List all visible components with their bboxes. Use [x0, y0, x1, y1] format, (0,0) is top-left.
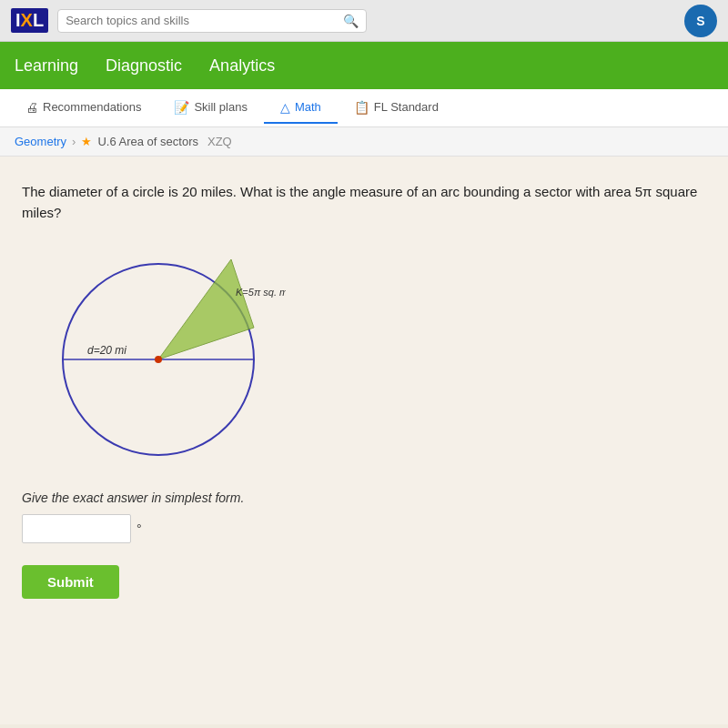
- breadcrumb: Geometry › ★ U.6 Area of sectors XZQ: [0, 127, 728, 157]
- nav-diagnostic[interactable]: Diagnostic: [106, 53, 182, 79]
- tab-recommendations[interactable]: 🖨 Recommendations: [9, 93, 157, 124]
- math-icon: △: [280, 100, 290, 115]
- answer-prompt: Give the exact answer in simplest form.: [22, 490, 706, 505]
- sub-nav: 🖨 Recommendations 📝 Skill plans △ Math 📋…: [0, 89, 728, 127]
- user-avatar: S: [684, 5, 717, 37]
- answer-section: Give the exact answer in simplest form. …: [22, 490, 706, 599]
- browser-bar: IXL 🔍 S: [0, 0, 728, 42]
- answer-input-row: °: [22, 514, 706, 543]
- tab-skill-plans[interactable]: 📝 Skill plans: [157, 93, 264, 124]
- search-input[interactable]: [66, 14, 338, 27]
- breadcrumb-subject[interactable]: Geometry: [15, 135, 66, 148]
- tab-fl-standard-label: FL Standard: [374, 100, 439, 114]
- breadcrumb-star-icon: ★: [81, 135, 92, 148]
- nav-learning[interactable]: Learning: [15, 53, 78, 79]
- fl-standard-icon: 📋: [354, 100, 369, 115]
- submit-button[interactable]: Submit: [22, 565, 119, 599]
- breadcrumb-sep-1: ›: [72, 135, 76, 148]
- area-label: K=5π sq. mi: [236, 287, 286, 298]
- breadcrumb-code: XZQ: [207, 135, 232, 148]
- main-nav: Learning Diagnostic Analytics: [0, 42, 728, 89]
- tab-recommendations-label: Recommendations: [43, 100, 141, 114]
- nav-analytics[interactable]: Analytics: [209, 53, 275, 79]
- answer-input[interactable]: [22, 514, 131, 543]
- tab-fl-standard[interactable]: 📋 FL Standard: [338, 93, 455, 124]
- question-text: The diameter of a circle is 20 miles. Wh…: [22, 182, 706, 223]
- tab-math-label: Math: [295, 100, 321, 114]
- ixl-logo: IXL: [11, 8, 48, 33]
- content-area: The diameter of a circle is 20 miles. Wh…: [0, 157, 728, 724]
- tab-skill-plans-label: Skill plans: [194, 100, 248, 114]
- skill-plans-icon: 📝: [174, 100, 189, 115]
- tab-math[interactable]: △ Math: [264, 93, 338, 124]
- diagram-container: d=20 mi K=5π sq. mi: [49, 241, 706, 469]
- svg-point-2: [155, 356, 162, 363]
- search-bar[interactable]: 🔍: [57, 9, 367, 33]
- circle-diagram: d=20 mi K=5π sq. mi: [49, 241, 286, 469]
- recommendations-icon: 🖨: [25, 100, 38, 115]
- diameter-label: d=20 mi: [87, 344, 126, 357]
- search-icon: 🔍: [343, 14, 359, 28]
- degree-symbol: °: [136, 521, 142, 536]
- breadcrumb-unit: U.6 Area of sectors: [97, 135, 198, 148]
